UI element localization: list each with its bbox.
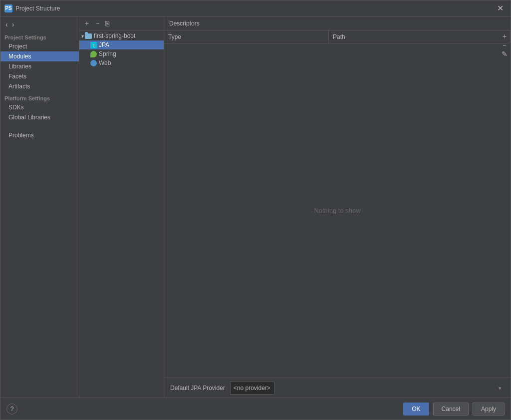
platform-settings-label: Platform Settings <box>0 91 79 102</box>
table-header: Type Path ＋ － ✎ <box>164 30 511 43</box>
footer-left: ? <box>6 404 17 415</box>
tree-item-spring[interactable]: Spring <box>79 49 164 58</box>
app-icon: PS <box>4 4 12 12</box>
right-panel: Descriptors Type Path ＋ － ✎ <box>164 16 511 398</box>
back-button[interactable]: ‹ <box>4 20 9 28</box>
add-button[interactable]: ＋ <box>82 19 91 28</box>
provider-label: Default JPA Provider <box>170 385 225 392</box>
table-actions: ＋ － ✎ <box>499 30 511 59</box>
table-add-button[interactable]: ＋ <box>500 31 510 40</box>
chevron-down-icon: ▾ <box>81 33 84 39</box>
footer: ? OK Cancel Apply <box>0 398 511 420</box>
tree-toolbar: ＋ － ⎘ <box>79 16 164 30</box>
empty-message: Nothing to show <box>314 207 360 214</box>
folder-module-icon <box>85 33 92 39</box>
copy-button[interactable]: ⎘ <box>104 19 110 27</box>
provider-bar: Default JPA Provider <no provider> <box>164 378 511 398</box>
jpa-icon: J <box>90 42 97 48</box>
title-bar: PS Project Structure ✕ <box>0 0 511 16</box>
spring-icon <box>90 51 97 57</box>
window-title: Project Structure <box>15 5 60 12</box>
right-panel-header: Descriptors <box>164 16 511 30</box>
sidebar-item-libraries[interactable]: Libraries <box>0 61 79 71</box>
project-settings-label: Project Settings <box>0 30 79 41</box>
provider-select-wrapper: <no provider> <box>230 382 505 395</box>
sidebar-item-global-libraries[interactable]: Global Libraries <box>0 112 79 122</box>
column-path: Path <box>329 30 511 43</box>
provider-select[interactable]: <no provider> <box>230 382 274 395</box>
remove-button[interactable]: － <box>93 19 102 28</box>
sidebar-item-project[interactable]: Project <box>0 41 79 51</box>
sidebar: ‹ › Project Settings Project Modules Lib… <box>0 16 79 398</box>
cancel-button[interactable]: Cancel <box>433 403 469 416</box>
footer-right: OK Cancel Apply <box>403 403 505 416</box>
tree-item-web[interactable]: Web <box>79 58 164 67</box>
apply-button[interactable]: Apply <box>473 403 505 416</box>
table-edit-button[interactable]: ✎ <box>500 49 510 58</box>
dialog-body: ‹ › Project Settings Project Modules Lib… <box>0 16 511 398</box>
ok-button[interactable]: OK <box>403 403 429 416</box>
table-container: Type Path ＋ － ✎ Nothing to show <box>164 30 511 378</box>
tree-content: ▾ first-spring-boot J JPA Spring Web <box>79 30 164 398</box>
title-bar-left: PS Project Structure <box>4 4 60 12</box>
help-button[interactable]: ? <box>6 404 17 415</box>
sidebar-item-facets[interactable]: Facets <box>0 71 79 81</box>
forward-button[interactable]: › <box>11 20 15 28</box>
close-button[interactable]: ✕ <box>494 3 507 13</box>
sidebar-nav: ‹ › <box>0 18 79 30</box>
sidebar-item-problems[interactable]: Problems <box>0 130 79 140</box>
column-type: Type <box>164 30 329 43</box>
sidebar-item-artifacts[interactable]: Artifacts <box>0 81 79 91</box>
tree-item-jpa[interactable]: J JPA <box>79 40 164 49</box>
tree-root-item[interactable]: ▾ first-spring-boot <box>79 31 164 40</box>
sidebar-item-sdks[interactable]: SDKs <box>0 102 79 112</box>
sidebar-item-modules[interactable]: Modules <box>0 51 79 61</box>
table-remove-button[interactable]: － <box>500 40 510 49</box>
tree-panel: ＋ － ⎘ ▾ first-spring-boot J JPA <box>79 16 164 398</box>
table-body: Nothing to show <box>164 43 511 378</box>
project-structure-dialog: PS Project Structure ✕ ‹ › Project Setti… <box>0 0 511 420</box>
web-icon <box>90 60 97 66</box>
